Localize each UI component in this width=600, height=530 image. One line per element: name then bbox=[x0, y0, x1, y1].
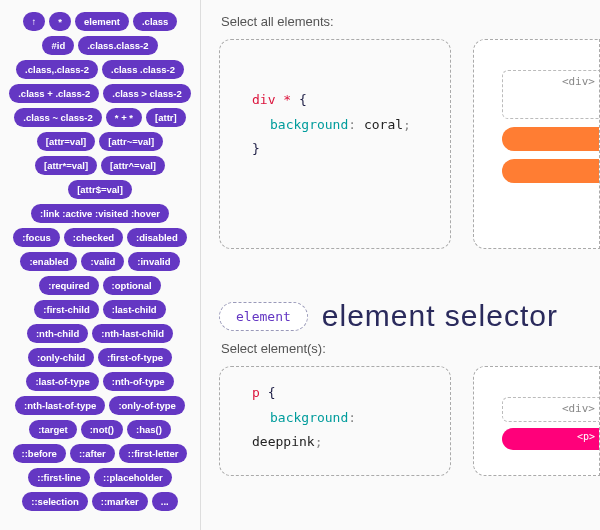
selector-pill[interactable]: element bbox=[75, 12, 129, 31]
selector-pill[interactable]: ::after bbox=[70, 444, 115, 463]
selector-pill[interactable]: ↑ bbox=[23, 12, 46, 31]
selector-pill[interactable]: .class .class-2 bbox=[102, 60, 184, 79]
selector-pill[interactable]: .class > class-2 bbox=[103, 84, 190, 103]
selector-pill[interactable]: ::selection bbox=[22, 492, 88, 511]
selector-pill[interactable]: :last-of-type bbox=[26, 372, 98, 391]
selector-pill[interactable]: .class.class-2 bbox=[78, 36, 157, 55]
selector-pill[interactable]: [attr*=val] bbox=[35, 156, 97, 175]
demo-box-1: <div> bbox=[473, 39, 600, 249]
selector-pill[interactable]: [attr^=val] bbox=[101, 156, 165, 175]
selector-pill[interactable]: :first-child bbox=[34, 300, 98, 319]
selector-pill[interactable]: [attr=val] bbox=[37, 132, 95, 151]
demo-div-chip: <div> bbox=[502, 70, 599, 119]
example-row-2: p { background: deeppink; <div> <p> bbox=[219, 366, 600, 476]
demo-box-2: <div> <p> bbox=[473, 366, 600, 476]
selector-pill[interactable]: :has() bbox=[127, 420, 171, 439]
selector-pill[interactable]: :last-child bbox=[103, 300, 166, 319]
demo-p-bar: <p> bbox=[502, 428, 599, 450]
selector-pill[interactable]: [attr] bbox=[146, 108, 186, 127]
code-box-2: p { background: deeppink; bbox=[219, 366, 451, 476]
element-heading: element selector bbox=[322, 299, 558, 333]
example-row-1: div * { background: coral; } <div> bbox=[219, 39, 600, 249]
selector-pill[interactable]: :nth-last-of-type bbox=[15, 396, 105, 415]
selector-pill[interactable]: .class,.class-2 bbox=[16, 60, 98, 79]
selector-pill[interactable]: * + * bbox=[106, 108, 142, 127]
selector-pill[interactable]: * bbox=[49, 12, 71, 31]
code-box-1: div * { background: coral; } bbox=[219, 39, 451, 249]
selector-pill[interactable]: [attr~=val] bbox=[99, 132, 163, 151]
selector-pill[interactable]: ::first-line bbox=[28, 468, 90, 487]
selector-pill[interactable]: [attr$=val] bbox=[68, 180, 132, 199]
demo-bar bbox=[502, 159, 599, 183]
selector-pill[interactable]: :enabled bbox=[20, 252, 77, 271]
selector-pill[interactable]: :disabled bbox=[127, 228, 187, 247]
selector-pill[interactable]: :only-child bbox=[28, 348, 94, 367]
demo-div-chip: <div> bbox=[502, 397, 599, 422]
selector-pill[interactable]: :target bbox=[29, 420, 77, 439]
selector-pill[interactable]: .class ~ class-2 bbox=[14, 108, 101, 127]
selector-pill[interactable]: ::first-letter bbox=[119, 444, 188, 463]
selector-pill[interactable]: ::before bbox=[13, 444, 66, 463]
selector-pill[interactable]: ... bbox=[152, 492, 178, 511]
element-tag-oval: element bbox=[219, 302, 308, 331]
selector-pill[interactable]: :nth-child bbox=[27, 324, 88, 343]
selector-pill[interactable]: :nth-of-type bbox=[103, 372, 174, 391]
selector-pill[interactable]: ::placeholder bbox=[94, 468, 172, 487]
selector-pill[interactable]: :link :active :visited :hover bbox=[31, 204, 169, 223]
section-label-all: Select all elements: bbox=[221, 14, 600, 29]
selector-pill[interactable]: .class bbox=[133, 12, 177, 31]
selector-pill[interactable]: :required bbox=[39, 276, 98, 295]
section-label-element: Select element(s): bbox=[221, 341, 600, 356]
selector-pill[interactable]: :not() bbox=[81, 420, 123, 439]
selector-pill[interactable]: .class + .class-2 bbox=[9, 84, 99, 103]
selector-pill[interactable]: :valid bbox=[81, 252, 124, 271]
selector-pill[interactable]: #id bbox=[42, 36, 74, 55]
selector-pill[interactable]: :first-of-type bbox=[98, 348, 172, 367]
selector-sidebar: ↑*element.class#id.class.class-2.class,.… bbox=[0, 0, 200, 530]
selector-pill[interactable]: :invalid bbox=[128, 252, 179, 271]
selector-pill[interactable]: :focus bbox=[13, 228, 60, 247]
demo-bar bbox=[502, 127, 599, 151]
selector-pill-list: ↑*element.class#id.class.class-2.class,.… bbox=[8, 12, 192, 511]
selector-pill[interactable]: :nth-last-child bbox=[92, 324, 173, 343]
element-heading-row: element element selector bbox=[219, 299, 600, 333]
selector-pill[interactable]: :checked bbox=[64, 228, 123, 247]
main-content: Select all elements: div * { background:… bbox=[200, 0, 600, 530]
selector-pill[interactable]: :optional bbox=[103, 276, 161, 295]
selector-pill[interactable]: :only-of-type bbox=[109, 396, 185, 415]
selector-pill[interactable]: ::marker bbox=[92, 492, 148, 511]
